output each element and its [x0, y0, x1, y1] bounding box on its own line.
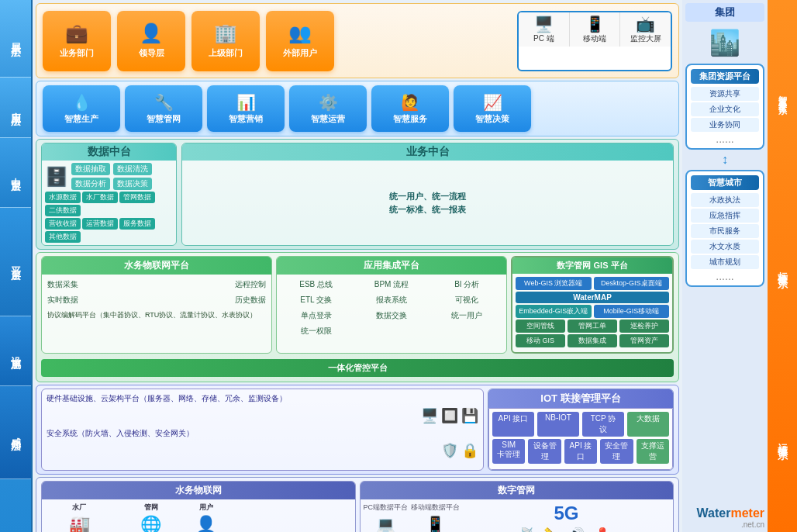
sheshi-security-text: 安全系统（防火墙、入侵检测、安全网关） [47, 427, 478, 439]
pingtai-gis-block: 数字管网 GIS 平台 Web-GIS 浏览器端 Desktop-GIS桌面端 … [511, 256, 674, 354]
zhanzhi-right-box: 🖥️ PC 端 📱 移动端 📺 监控大屏 [517, 11, 672, 71]
app-zhihui-fuwu: 🙋 智慧服务 [371, 85, 449, 132]
gis-row4: 移动 GIS 数据集成 管网资产 [516, 334, 669, 347]
wart-text: meter [730, 506, 764, 520]
city-building-icon: 🏙️ [709, 28, 740, 57]
tag-shuju-fenxi: 数据分析 [71, 178, 110, 190]
right-building-icon-area: 🏙️ [685, 25, 764, 60]
tag-yingshou: 营收收据 [45, 218, 81, 230]
user-icon2: 👤 [195, 515, 216, 532]
sheshi-row: 硬件基础设施、云架构平台（服务器、网络、存储、冗余、监测设备） 🖥️ 🔲 💾 安… [36, 385, 679, 475]
zhanzhi-label-waibuyonghu: 外部用户 [283, 47, 317, 59]
app-label-shengchan: 智慧生产 [64, 113, 98, 125]
center-content: 💼 业务部门 👤 领导层 🏢 上级部门 👥 外部用户 [33, 0, 682, 532]
zhanzhi-icon-lingdao: 👤 领导层 [117, 11, 185, 71]
iot-sim: SIM 卡管理 [492, 439, 525, 464]
pingtai-shishi: 实时数据 [45, 293, 81, 307]
pt-keshihua: 可视化 [431, 293, 503, 307]
zhanzhi-yidongduan: 📱 移动端 [570, 12, 621, 47]
gis-row3: 空间管线 管网工单 巡检养护 [516, 320, 669, 333]
ganzhi-yonghu-label: 用户 [199, 503, 213, 513]
rtk-icon: 📡 [520, 527, 536, 532]
pingtai-yingyong-body: ESB 总线 BPM 流程 BI 分析 ETL 交换 报表系统 可视化 单点登录… [277, 275, 506, 341]
ganzhi-quanzhan: 📏 全站仪 [540, 527, 561, 532]
ganzhi-mobile-col: 移动端数据平台 📱 [411, 503, 460, 532]
chengshi-item-yingji: 应急指挥 [691, 209, 759, 223]
layer-label-sheshi: 设施层 [0, 316, 31, 386]
gis-xunjian: 巡检养护 [619, 320, 669, 333]
gis-gonggdan: 管网工单 [568, 320, 617, 333]
app-zhihui-yunyng: ⚙️ 智慧运营 [289, 85, 367, 132]
chengshi-item-shuizheng: 水政执法 [691, 193, 759, 207]
yingyong-row: 💧 智慧生产 🔧 智慧管网 📊 智慧营销 ⚙️ 智慧运营 🙋 智慧服 [36, 81, 679, 136]
gis-title: 数字管网 GIS 平台 [512, 257, 672, 274]
pipe-icon: 🔧 [154, 93, 174, 112]
ganzhi-shuichang-label: 水厂 [72, 503, 86, 513]
pt-dandian: 单点登录 [280, 309, 352, 323]
iot-row1: API 接口 NB-IOT TCP 协议 大数据 [492, 412, 669, 437]
watermark-container: Watermeter .net.cn [685, 503, 764, 529]
zhongtai-data-tags-row1: 水源数据 水厂数据 管网数据 二供数据 [45, 192, 173, 216]
pingtai-row: 水务物联网平台 数据采集 远程控制 实时数据 历史数据 协议编解码平台（集中器协… [36, 252, 679, 382]
gis-mobilegis: Mobile-GIS移动端 [594, 305, 670, 318]
gis-guanwang-zichan: 管网资产 [619, 334, 669, 347]
gis-embeddedgis: Embedded-GIS嵌入端 [516, 305, 592, 318]
right-jituan-card: 集团资源平台 资源共享 企业文化 业务协同 ...... [685, 64, 764, 150]
tag-shuichang: 水厂数据 [82, 192, 118, 203]
ganzhi-shuzi-block: 数字管网 PC端数据平台 💻 移动端数据平台 📱 5G 📡 [360, 481, 675, 532]
storage-icon: 💾 [461, 407, 478, 424]
pt-yiyi-quanxian: 统一权限 [280, 324, 352, 338]
firewall-icon: 🛡️ [441, 442, 458, 459]
network-icon: 🔲 [441, 407, 458, 424]
sheshi-security-icons: 🛡️ 🔒 [47, 442, 478, 459]
tag-shuiyuan: 水源数据 [45, 192, 81, 203]
app-label-yingxiao: 智慧营销 [229, 113, 263, 125]
zhanzhi-icon-yewu: 💼 业务部门 [43, 11, 111, 71]
watermark-text: Watermeter [685, 506, 764, 520]
sheshi-iot-right: IOT 联接管理平台 API 接口 NB-IOT TCP 协议 大数据 SIM … [488, 389, 674, 471]
server-icon: 🖥️ [421, 407, 438, 424]
iot-security: 安全管理 [600, 439, 633, 464]
ganzhi-5g-col: 5G 📡 RTK 📏 全站仪 🔊 [463, 503, 670, 532]
gear-icon: ⚙️ [319, 93, 338, 112]
far-right-label-yunwei: 运维体系 [775, 434, 789, 444]
location-icon: 📍 [595, 527, 610, 532]
chengshi-card-title: 智慧城市 [691, 175, 759, 190]
sheshi-hardware-block: 硬件基础设施、云架构平台（服务器、网络、存储、冗余、监测设备） 🖥️ 🔲 💾 安… [41, 389, 484, 471]
iot-nbiot: NB-IOT [537, 412, 579, 437]
chart-icon: 📊 [236, 93, 256, 112]
ganzhi-wulian-body: 水厂 🏭 光纤路由 生产数据采集系统 太阳能GPRS采集终端 视频采集模块 子站… [42, 499, 355, 532]
zhanzhi-top-screens: 🖥️ PC 端 📱 移动端 📺 监控大屏 [519, 12, 671, 47]
ganzhi-row: 水务物联网 水厂 🏭 光纤路由 生产数据采集系统 太阳能GPRS采集终端 视频采… [36, 477, 679, 532]
analytics-icon: 📈 [483, 93, 502, 112]
tag-qita: 其他数据 [45, 231, 81, 243]
zhanzhi-row: 💼 业务部门 👤 领导层 🏢 上级部门 👥 外部用户 [36, 3, 679, 78]
zhongtai-row2: 数据分析 数据决策 [71, 178, 152, 190]
jituan-dots: ...... [691, 133, 759, 144]
ganzhi-mobile-label: 移动端数据平台 [411, 503, 460, 513]
yiti-bar: 一体化管控平台 [41, 359, 674, 377]
mobile-platform-icon: 📱 [426, 515, 445, 532]
iot-title: IOT 联接管理平台 [488, 389, 673, 408]
users-icon: 👥 [288, 22, 312, 44]
zhanzhi-jiankongdaping: 📺 监控大屏 [620, 12, 671, 47]
chengshi-dots: ...... [691, 271, 759, 282]
water-drop-icon: 💧 [72, 93, 91, 112]
gis-yidong: 移动 GIS [516, 334, 565, 347]
iot-body: API 接口 NB-IOT TCP 协议 大数据 SIM 卡管理 设备管理 AP… [488, 408, 673, 470]
zhongtai-row: 数据中台 🗄️ 数据抽取 数据清洗 数据分析 [36, 139, 679, 250]
app-label-guanwang: 智慧管网 [147, 113, 181, 125]
zhongtai-data-body: 🗄️ 数据抽取 数据清洗 数据分析 数据决策 [42, 161, 176, 245]
gis-desktopgis: Desktop-GIS桌面端 [594, 277, 670, 290]
ganzhi-shuzi-title: 数字管网 [361, 482, 674, 499]
tag-fuwu2: 服务数据 [119, 218, 155, 230]
zhanzhi-label-yewu: 业务部门 [60, 47, 94, 59]
left-labels: 展示层 应用层 中台层 平台层 设施层 感知层 [0, 0, 33, 532]
far-right-label-biaozhun: 标准体系 [775, 263, 789, 272]
tag-shuju-qingxi: 数据清洗 [113, 163, 152, 175]
zhanzhi-label-lingdao: 领导层 [139, 47, 164, 59]
biz-row1: 统一用户、统一流程 [389, 191, 466, 202]
iot-manage-block: IOT 联接管理平台 API 接口 NB-IOT TCP 协议 大数据 SIM … [488, 389, 674, 471]
main-container: 展示层 应用层 中台层 平台层 设施层 感知层 💼 业务部门 👤 领导层 🏢 上… [0, 0, 797, 532]
zhongtai-data-title: 数据中台 [42, 143, 176, 161]
